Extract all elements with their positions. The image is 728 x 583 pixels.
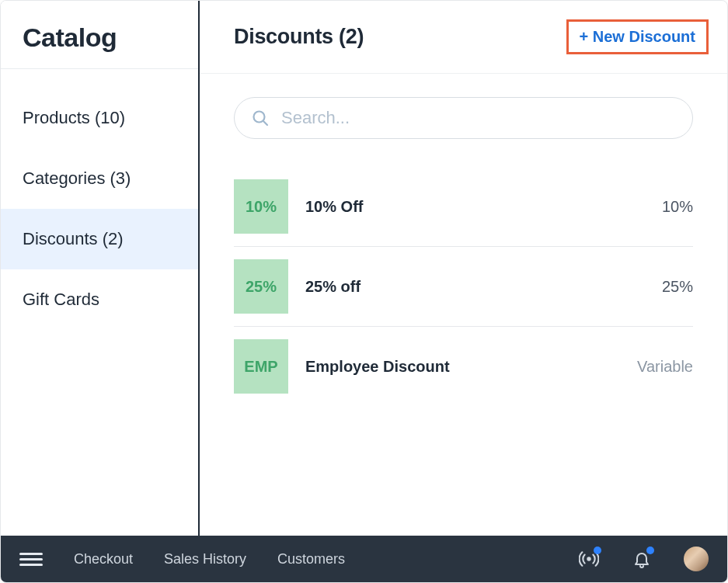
bottom-link-sales-history[interactable]: Sales History	[164, 551, 246, 567]
discount-value: Variable	[637, 358, 693, 376]
discount-row[interactable]: EMP Employee Discount Variable	[234, 327, 693, 406]
discount-name: Employee Discount	[305, 358, 620, 376]
svg-point-2	[587, 557, 590, 560]
sidebar-item-gift-cards[interactable]: Gift Cards	[1, 269, 198, 330]
discount-value: 25%	[662, 278, 693, 296]
menu-icon[interactable]	[19, 553, 43, 566]
avatar[interactable]	[684, 547, 709, 571]
svg-line-1	[263, 121, 267, 125]
sidebar-item-categories[interactable]: Categories (3)	[1, 148, 198, 209]
sidebar-title: Catalog	[1, 1, 198, 68]
discount-value: 10%	[662, 198, 693, 216]
search-wrap	[234, 97, 693, 139]
notification-dot	[646, 547, 654, 554]
sidebar-nav: Products (10) Categories (3) Discounts (…	[1, 69, 198, 330]
sidebar-item-products[interactable]: Products (10)	[1, 88, 198, 148]
main-header: Discounts (2) + New Discount	[200, 1, 727, 74]
discount-badge: EMP	[234, 339, 288, 394]
discount-name: 25% off	[305, 278, 645, 296]
sidebar-item-discounts[interactable]: Discounts (2)	[1, 209, 198, 269]
main-pane: Discounts (2) + New Discount 10%	[200, 1, 727, 536]
bottom-link-customers[interactable]: Customers	[277, 551, 345, 567]
discount-row[interactable]: 25% 25% off 25%	[234, 247, 693, 326]
discount-name: 10% Off	[305, 198, 645, 216]
discount-list: 10% 10% Off 10% 25% 25% off 25% EMP Empl…	[234, 167, 693, 406]
notification-dot	[594, 547, 601, 554]
main-body: 10% 10% Off 10% 25% 25% off 25% EMP Empl…	[200, 74, 727, 429]
page-title: Discounts (2)	[234, 25, 364, 49]
search-icon	[251, 109, 270, 127]
bottom-bar: Checkout Sales History Customers	[1, 536, 727, 582]
discount-badge: 25%	[234, 259, 288, 314]
broadcast-icon[interactable]	[578, 548, 600, 570]
bottom-link-checkout[interactable]: Checkout	[74, 551, 133, 567]
bell-icon[interactable]	[631, 548, 653, 570]
search-input[interactable]	[234, 97, 693, 139]
discount-badge: 10%	[234, 179, 288, 234]
new-discount-button[interactable]: + New Discount	[566, 19, 709, 54]
discount-row[interactable]: 10% 10% Off 10%	[234, 167, 693, 246]
sidebar: Catalog Products (10) Categories (3) Dis…	[1, 1, 200, 536]
